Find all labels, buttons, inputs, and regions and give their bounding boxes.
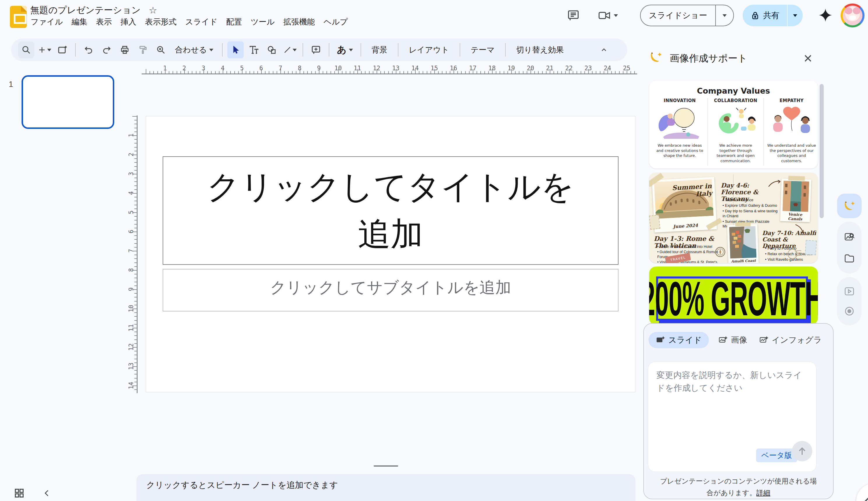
menu-item-7[interactable]: ツール (246, 15, 279, 29)
menu-item-6[interactable]: 配置 (222, 15, 246, 29)
search-menus-button[interactable] (18, 41, 34, 58)
ruler-tick (307, 71, 308, 74)
ruler-tick (561, 71, 562, 74)
background-button[interactable]: 背景 (366, 41, 393, 58)
print-button[interactable] (117, 41, 133, 58)
shape-button[interactable] (263, 41, 280, 58)
menu-item-8[interactable]: 拡張機能 (279, 15, 319, 29)
ruler-tick (457, 71, 458, 74)
speaker-notes[interactable]: クリックするとスピーカー ノートを追加できます (137, 474, 636, 501)
subtitle-placeholder[interactable]: クリックしてサブタイトルを追加 (163, 269, 618, 311)
line-tool-button[interactable] (282, 41, 298, 58)
redo-button[interactable] (98, 41, 115, 58)
menu-item-5[interactable]: スライド (181, 15, 222, 29)
shape-icon (267, 45, 276, 55)
image-search-rail-button[interactable] (844, 231, 855, 243)
share-options-button[interactable] (788, 12, 803, 19)
ruler-tick (338, 69, 339, 74)
menu-item-3[interactable]: 挿入 (116, 15, 141, 29)
ruler-tick (227, 71, 227, 74)
record-rail-button[interactable] (844, 305, 855, 317)
ruler-tick (427, 71, 427, 74)
filmstrip-collapse-button[interactable] (40, 486, 54, 500)
layout-button[interactable]: レイアウト (403, 41, 455, 58)
lock-icon (750, 11, 760, 20)
notes-resize-handle[interactable] (374, 466, 398, 467)
play-rail-button[interactable] (844, 286, 855, 297)
new-slide-button[interactable] (36, 41, 53, 58)
menu-item-9[interactable]: ヘルプ (319, 15, 352, 29)
ruler-tick (515, 71, 516, 74)
ruler-tick (134, 197, 137, 198)
tab-画像[interactable]: 画像 (716, 332, 750, 348)
title-placeholder[interactable]: クリックしてタイトルを追加 (163, 156, 618, 265)
ruler-tick (569, 69, 569, 74)
ruler-tick (442, 71, 443, 74)
transition-button[interactable]: 切り替え効果 (510, 41, 569, 58)
ruler-tick (134, 220, 137, 221)
menu-item-2[interactable]: 表示 (92, 15, 116, 29)
beta-badge: ベータ版 (756, 448, 797, 462)
divider (222, 43, 223, 56)
company-values-column-2: EMPATHYWe understand and value the persp… (763, 98, 818, 166)
ruler-tick (134, 239, 137, 240)
collapse-menus-button[interactable] (596, 41, 612, 58)
menu-item-4[interactable]: 表示形式 (141, 15, 181, 29)
share-button[interactable]: 共有 (743, 5, 803, 26)
generated-image-growth[interactable]: 200% GROWTH (649, 267, 818, 325)
star-icon[interactable]: ☆ (149, 5, 158, 16)
menu-item-1[interactable]: 編集 (67, 15, 92, 29)
ruler-tick (496, 71, 496, 74)
ruler-tick (134, 255, 137, 255)
slide-thumbnail-1[interactable] (22, 75, 114, 129)
new-slide-layout-button[interactable] (54, 41, 70, 58)
panel-close-button[interactable] (802, 52, 814, 65)
ruler-tick (134, 355, 137, 355)
tab-スライド[interactable]: スライド (649, 332, 709, 348)
textbox-icon (248, 45, 259, 55)
mode-tabs: スライド画像インフォグラ (649, 332, 829, 348)
insert-comment-button[interactable] (308, 41, 324, 58)
image-support-rail-button[interactable] (837, 194, 861, 218)
ruler-tick (454, 69, 454, 74)
details-link[interactable]: 詳細 (756, 489, 770, 497)
gemini-button[interactable] (818, 8, 833, 23)
avatar[interactable] (840, 3, 865, 28)
infographic-sparkle-icon (759, 335, 769, 345)
furigana-button[interactable]: あ (334, 43, 356, 56)
fit-zoom-select[interactable]: 合わせる (171, 45, 217, 55)
select-tool-button[interactable] (227, 41, 244, 58)
ruler-tick (265, 71, 265, 74)
generated-image-italy-itinerary[interactable]: Summer inItaly June 2024 Day 4-6: Floren… (649, 173, 818, 263)
theme-button[interactable]: テーマ (465, 41, 500, 58)
ruler-tick (400, 71, 400, 74)
panel-scrollbar[interactable] (820, 84, 824, 218)
ruler-tick (461, 71, 462, 74)
panel-expand-button[interactable] (856, 483, 868, 501)
undo-button[interactable] (80, 41, 97, 58)
generated-image-company-values[interactable]: Company Values INNOVATIONWe embrace new … (649, 81, 818, 169)
menu-item-0[interactable]: ファイル (26, 15, 67, 29)
document-title[interactable]: 無題のプレゼンテーション (30, 4, 141, 16)
zoom-button[interactable] (153, 41, 169, 58)
ruler-tick (300, 69, 300, 74)
ruler-tick (288, 71, 289, 74)
slides-logo[interactable] (10, 6, 27, 28)
send-button[interactable] (792, 441, 812, 461)
paint-format-button[interactable] (135, 41, 151, 58)
company-values-column-1: COLLABORATIONWe achieve more together th… (707, 98, 763, 166)
column-heading: EMPATHY (767, 98, 816, 103)
grid-view-button[interactable] (11, 485, 28, 501)
ruler-tick (550, 69, 550, 74)
slideshow-button[interactable]: スライドショー (640, 5, 734, 26)
bullet-item: • Day trip to Siena & wine tasting in Ch… (723, 209, 780, 219)
textbox-button[interactable] (246, 41, 262, 58)
comment-history-button[interactable] (565, 7, 582, 24)
ruler-tick (134, 382, 137, 382)
folder-rail-button[interactable] (844, 252, 855, 264)
tab-インフォグラ[interactable]: インフォグラ (757, 332, 824, 348)
join-call-button[interactable] (597, 7, 626, 24)
slideshow-options-button[interactable] (716, 12, 733, 19)
ruler-tick (477, 71, 477, 74)
ruler-tick (132, 270, 137, 270)
